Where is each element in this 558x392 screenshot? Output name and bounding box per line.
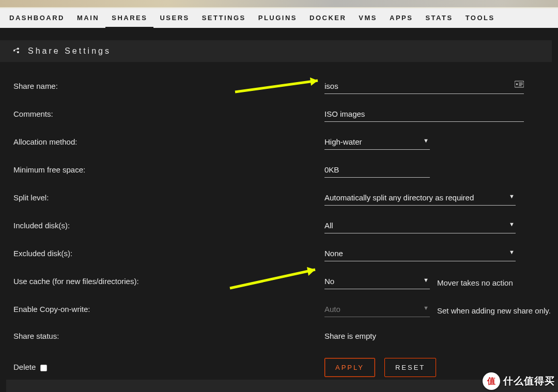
label-status: Share status: <box>13 332 324 340</box>
card-icon[interactable] <box>515 81 524 89</box>
svg-marker-8 <box>307 267 315 276</box>
status-value: Share is empty <box>324 332 376 340</box>
button-label: RESET <box>395 364 425 371</box>
row-min-free: Minimum free space: <box>13 164 558 178</box>
top-nav: DASHBOARD MAIN SHARES USERS SETTINGS PLU… <box>0 8 558 28</box>
section-title: Share Settings <box>28 46 111 56</box>
nav-label: TOOLS <box>466 14 495 22</box>
watermark-badge-icon: 值 <box>483 372 500 390</box>
nav-item-tools[interactable]: TOOLS <box>459 8 501 28</box>
allocation-method-select[interactable]: High-water ▼ <box>324 136 430 150</box>
delete-label-text: Delete <box>13 363 36 371</box>
label-share-name: Share name: <box>13 82 324 90</box>
nav-label: SETTINGS <box>202 14 246 22</box>
nav-label: APPS <box>390 14 413 22</box>
use-cache-note: Mover takes no action <box>437 278 513 287</box>
nav-item-shares[interactable]: SHARES <box>105 8 153 28</box>
share-settings-form: Share name: Comments: Allocation method: <box>0 81 558 377</box>
row-status: Share status: Share is empty <box>13 332 558 340</box>
label-use-cache: Use cache (for new files/directories): <box>13 277 324 286</box>
label-included-disks: Included disk(s): <box>13 221 324 230</box>
nav-item-docker[interactable]: DOCKER <box>303 8 352 28</box>
nav-item-dashboard[interactable]: DASHBOARD <box>3 8 71 28</box>
chevron-down-icon: ▼ <box>423 305 429 311</box>
row-comments: Comments: <box>13 108 558 122</box>
svg-rect-3 <box>519 84 523 85</box>
select-value: No <box>324 277 430 286</box>
reset-button[interactable]: RESET <box>384 358 436 377</box>
share-icon <box>11 46 21 56</box>
use-cache-select[interactable]: No ▼ <box>324 276 430 289</box>
row-cow: Enable Copy-on-write: Auto ▼ Set when ad… <box>13 304 558 317</box>
row-excluded-disks: Excluded disk(s): None ▼ <box>13 248 558 261</box>
top-banner-image <box>0 0 558 8</box>
svg-point-1 <box>516 83 518 85</box>
label-allocation-method: Allocation method: <box>13 137 324 146</box>
delete-checkbox[interactable] <box>40 365 47 371</box>
select-value: Auto <box>324 305 430 313</box>
page-content: Share Settings Share name: Comments: <box>0 28 558 377</box>
nav-label: VMS <box>359 14 377 22</box>
button-label: APPLY <box>335 364 364 371</box>
row-use-cache: Use cache (for new files/directories): N… <box>13 276 558 289</box>
nav-label: DASHBOARD <box>9 14 65 22</box>
svg-rect-2 <box>519 83 523 83</box>
nav-label: MAIN <box>77 14 99 22</box>
nav-item-users[interactable]: USERS <box>153 8 195 28</box>
nav-item-stats[interactable]: STATS <box>419 8 459 28</box>
nav-label: DOCKER <box>309 14 346 22</box>
chevron-down-icon: ▼ <box>423 137 429 144</box>
chevron-down-icon: ▼ <box>509 249 515 255</box>
comments-input[interactable] <box>324 108 524 122</box>
row-allocation-method: Allocation method: High-water ▼ <box>13 136 558 150</box>
chevron-down-icon: ▼ <box>509 193 515 199</box>
chevron-down-icon: ▼ <box>423 277 429 283</box>
excluded-disks-select[interactable]: None ▼ <box>324 248 516 261</box>
svg-rect-4 <box>519 85 521 86</box>
split-level-select[interactable]: Automatically split any directory as req… <box>324 192 516 206</box>
included-disks-select[interactable]: All ▼ <box>324 220 516 233</box>
select-value: High-water <box>324 137 430 146</box>
nav-label: STATS <box>425 14 453 22</box>
cow-select: Auto ▼ <box>324 304 430 317</box>
row-delete: Delete APPLY RESET <box>13 355 558 377</box>
min-free-input[interactable] <box>324 164 430 178</box>
nav-label: SHARES <box>112 14 147 22</box>
footer-strip <box>6 380 558 392</box>
watermark: 值 什么值得买 <box>483 372 555 390</box>
select-value: All <box>324 221 516 230</box>
watermark-badge-text: 值 <box>487 376 495 387</box>
nav-item-plugins[interactable]: PLUGINS <box>252 8 303 28</box>
select-value: Automatically split any directory as req… <box>324 193 516 202</box>
nav-label: PLUGINS <box>258 14 297 22</box>
label-comments: Comments: <box>13 109 324 118</box>
label-cow: Enable Copy-on-write: <box>13 305 324 313</box>
row-share-name: Share name: <box>13 81 558 94</box>
nav-item-vms[interactable]: VMS <box>352 8 383 28</box>
section-header: Share Settings <box>0 40 552 62</box>
row-split-level: Split level: Automatically split any dir… <box>13 192 558 206</box>
nav-item-apps[interactable]: APPS <box>383 8 419 28</box>
row-included-disks: Included disk(s): All ▼ <box>13 220 558 233</box>
watermark-text: 什么值得买 <box>503 374 555 388</box>
share-name-input[interactable] <box>324 81 524 94</box>
nav-item-main[interactable]: MAIN <box>71 8 105 28</box>
label-excluded-disks: Excluded disk(s): <box>13 249 324 258</box>
cow-note: Set when adding new share only. <box>437 306 551 315</box>
label-delete: Delete <box>13 363 324 373</box>
nav-label: USERS <box>160 14 189 22</box>
label-min-free: Minimum free space: <box>13 165 324 174</box>
nav-item-settings[interactable]: SETTINGS <box>196 8 252 28</box>
apply-button[interactable]: APPLY <box>324 358 375 377</box>
select-value: None <box>324 249 516 258</box>
label-split-level: Split level: <box>13 193 324 202</box>
chevron-down-icon: ▼ <box>509 221 515 227</box>
